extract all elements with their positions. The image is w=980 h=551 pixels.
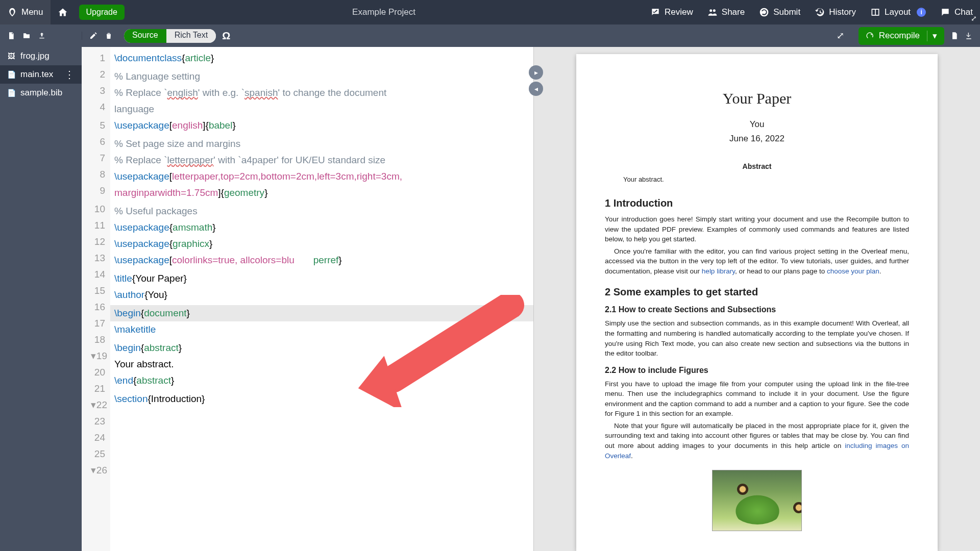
review-button[interactable]: Review xyxy=(643,0,700,24)
paragraph: Note that your figure will automatically… xyxy=(605,421,909,461)
download-icon[interactable] xyxy=(965,32,973,40)
logs-icon[interactable] xyxy=(950,32,959,40)
code-line[interactable]: % Set page size and margins xyxy=(110,136,533,152)
main-area: 🖼frog.jpg📄main.tex⋮📄sample.bib 123456789… xyxy=(0,47,980,551)
paragraph: Once you're familiar with the editor, yo… xyxy=(605,246,909,277)
layout-icon xyxy=(870,7,880,17)
topbar-left: Menu Upgrade xyxy=(0,0,125,24)
overleaf-logo-icon xyxy=(7,7,17,17)
fullscreen-icon[interactable]: ⤢ xyxy=(971,14,977,22)
subsection-2-1: 2.1 How to create Sections and Subsectio… xyxy=(605,305,909,314)
refresh-icon xyxy=(866,32,874,40)
share-button[interactable]: Share xyxy=(700,0,752,24)
subsection-2-2: 2.2 How to include Figures xyxy=(605,366,909,375)
chat-icon xyxy=(940,7,950,17)
upload-icon[interactable] xyxy=(38,32,46,40)
code-line[interactable]: \usepackage{graphicx} xyxy=(110,236,533,252)
file-item-main-tex[interactable]: 📄main.tex⋮ xyxy=(0,65,82,84)
top-bar: Menu Upgrade Example Project Review Shar… xyxy=(0,0,980,24)
submit-button[interactable]: Submit xyxy=(752,0,807,24)
view-mode-toggle: Source Rich Text xyxy=(124,29,216,43)
code-line[interactable]: \section{Introduction} xyxy=(110,391,533,407)
code-line[interactable]: \title{Your Paper} xyxy=(110,270,533,287)
code-line[interactable]: \documentclass{article} xyxy=(110,50,533,66)
code-line[interactable]: \author{You} xyxy=(110,287,533,303)
recompile-dropdown-icon[interactable]: ▾ xyxy=(927,31,937,41)
recompile-button[interactable]: Recompile ▾ xyxy=(859,27,944,45)
line-gutter: 123456789101112131415161718▾ 192021▾ 222… xyxy=(82,47,110,551)
code-line[interactable]: % Replace `letterpaper' with `a4paper' f… xyxy=(110,152,533,168)
code-line[interactable]: \usepackage[english]{babel} xyxy=(110,117,533,134)
file-item-frog-jpg[interactable]: 🖼frog.jpg xyxy=(0,47,82,65)
sub-toolbar: Source Rich Text Ω ⤢ Recompile ▾ xyxy=(0,24,980,47)
paper-date: June 16, 2022 xyxy=(605,134,909,144)
topbar-right: Review Share Submit History Layouti Chat xyxy=(643,0,980,24)
history-icon xyxy=(815,7,825,17)
history-button[interactable]: History xyxy=(807,0,863,24)
abstract-heading: Abstract xyxy=(605,162,909,170)
collapse-left-icon[interactable]: ◂ xyxy=(529,82,543,96)
abstract-text: Your abstract. xyxy=(605,176,909,183)
image-icon: 🖼 xyxy=(7,52,15,60)
section-2: 2 Some examples to get started xyxy=(605,286,909,298)
pdf-preview[interactable]: Your Paper You June 16, 2022 Abstract Yo… xyxy=(534,47,980,551)
editor-actions xyxy=(82,32,120,40)
code-area[interactable]: \documentclass{article}% Language settin… xyxy=(110,47,533,551)
file-tree-actions xyxy=(0,32,82,40)
editor-fullscreen-icon[interactable]: ⤢ xyxy=(837,30,844,41)
code-line[interactable]: \end{abstract} xyxy=(110,372,533,389)
code-line[interactable]: \maketitle xyxy=(110,321,533,338)
code-line[interactable]: marginparwidth=1.75cm]{geometry} xyxy=(110,185,533,201)
paper-author: You xyxy=(605,119,909,130)
menu-button[interactable]: Menu xyxy=(0,0,51,24)
file-item-sample-bib[interactable]: 📄sample.bib xyxy=(0,84,82,102)
share-icon xyxy=(707,7,718,17)
source-mode-button[interactable]: Source xyxy=(124,29,166,43)
paragraph: Your introduction goes here! Simply star… xyxy=(605,214,909,244)
file-tree: 🖼frog.jpg📄main.tex⋮📄sample.bib xyxy=(0,47,82,551)
submit-icon xyxy=(759,7,769,17)
code-line[interactable]: \usepackage[letterpaper,top=2cm,bottom=2… xyxy=(110,168,533,185)
section-1: 1 Introduction xyxy=(605,197,909,209)
code-line[interactable]: \usepackage[colorlinks=true, allcolors=b… xyxy=(110,252,533,268)
code-line[interactable]: \begin{abstract} xyxy=(110,340,533,356)
layout-button[interactable]: Layouti xyxy=(863,0,933,24)
upgrade-button[interactable]: Upgrade xyxy=(79,5,125,20)
code-line[interactable]: \usepackage{amsmath} xyxy=(110,219,533,236)
file-icon: 📄 xyxy=(7,70,15,79)
delete-icon[interactable] xyxy=(105,32,113,40)
edit-icon[interactable] xyxy=(89,32,97,40)
code-line[interactable]: % Useful packages xyxy=(110,203,533,219)
code-line[interactable]: language xyxy=(110,101,533,117)
collapse-right-icon[interactable]: ▸ xyxy=(529,65,543,80)
review-icon xyxy=(650,7,660,17)
code-line[interactable]: Your abstract. xyxy=(110,356,533,372)
new-folder-icon[interactable] xyxy=(22,32,31,40)
new-file-icon[interactable] xyxy=(7,32,15,40)
code-line[interactable]: \begin{document} xyxy=(110,305,533,321)
project-title[interactable]: Example Project xyxy=(125,7,643,17)
figure-image xyxy=(712,470,802,531)
panel-divider[interactable]: ▸ ◂ xyxy=(529,65,543,98)
menu-label: Menu xyxy=(21,7,43,17)
home-icon xyxy=(58,7,68,17)
paragraph: First you have to upload the image file … xyxy=(605,379,909,419)
code-line[interactable]: % Replace `english' with e.g. `spanish' … xyxy=(110,85,533,101)
code-line[interactable]: % Language setting xyxy=(110,68,533,85)
info-badge-icon: i xyxy=(917,8,926,17)
file-icon: 📄 xyxy=(7,89,15,97)
symbol-palette-button[interactable]: Ω xyxy=(222,30,230,42)
rich-text-mode-button[interactable]: Rich Text xyxy=(166,29,216,43)
paper-title: Your Paper xyxy=(605,90,909,107)
home-button[interactable] xyxy=(51,0,75,24)
pdf-page: Your Paper You June 16, 2022 Abstract Yo… xyxy=(576,54,938,551)
file-menu-icon[interactable]: ⋮ xyxy=(64,72,75,77)
code-editor[interactable]: 123456789101112131415161718▾ 192021▾ 222… xyxy=(82,47,534,551)
paragraph: Simply use the section and subsection co… xyxy=(605,318,909,358)
pdf-toolbar: Recompile ▾ xyxy=(851,27,980,45)
